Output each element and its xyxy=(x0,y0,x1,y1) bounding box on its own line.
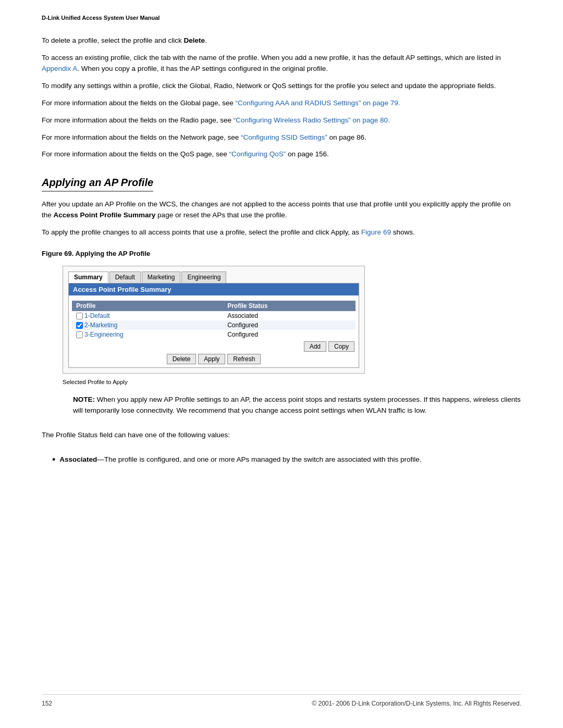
figure-caption: Selected Profile to Apply xyxy=(63,379,521,385)
profile-row-2-checkbox[interactable] xyxy=(76,322,83,329)
section-heading: Applying an AP Profile xyxy=(42,166,521,199)
button-row-1: Add Copy xyxy=(69,340,359,353)
bullet-item-associated: • Associated—The profile is configured, … xyxy=(52,454,521,466)
profile-row-2-name: 2-Marketing xyxy=(72,320,223,330)
figure-label: Figure 69. Applying the AP Profile xyxy=(42,250,521,257)
section-para2: To apply the profile changes to all acce… xyxy=(42,227,521,238)
paragraph-qos-info: For more information about the fields on… xyxy=(42,149,521,160)
aaa-radius-link[interactable]: “Configuring AAA and RADIUS Settings” on… xyxy=(235,99,400,107)
add-button[interactable]: Add xyxy=(304,341,326,352)
copy-button[interactable]: Copy xyxy=(328,341,354,352)
paragraph-radio-info: For more information about the fields on… xyxy=(42,115,521,126)
section-para1: After you update an AP Profile on the WC… xyxy=(42,199,521,221)
configuring-qos-link[interactable]: “Configuring QoS” xyxy=(229,150,286,158)
note-label: NOTE: xyxy=(73,396,95,403)
profile-row-1-status: Associated xyxy=(223,311,356,320)
profile-row-3-name: 3-Engineering xyxy=(72,330,223,339)
paragraph-delete: To delete a profile, select the profile … xyxy=(42,35,521,46)
profile-3-link[interactable]: 3-Engineering xyxy=(84,331,124,338)
note-block: NOTE: When you apply new AP Profile sett… xyxy=(42,394,521,423)
table-row: 2-Marketing Configured xyxy=(72,320,356,330)
delete-button[interactable]: Delete xyxy=(167,354,197,364)
profile-summary-title: Access Point Profile Summary xyxy=(69,283,359,295)
figure-container: Summary Default Marketing Engineering Ac… xyxy=(63,266,365,374)
manual-title: D-Link Unified Access System User Manual xyxy=(42,15,160,21)
profile-row-1-checkbox[interactable] xyxy=(76,313,83,319)
tab-bar: Summary Default Marketing Engineering xyxy=(68,272,359,283)
tab-marketing[interactable]: Marketing xyxy=(142,272,181,283)
page-number: 152 xyxy=(42,700,52,707)
footer-bar: 152 © 2001- 2006 D-Link Corporation/D-Li… xyxy=(42,694,521,707)
tab-engineering[interactable]: Engineering xyxy=(181,272,226,283)
profile-row-3-status: Configured xyxy=(223,330,356,339)
header-bar: D-Link Unified Access System User Manual xyxy=(42,10,521,26)
paragraph-access: To access an existing profile, click the… xyxy=(42,53,521,75)
profile-row-3-checkbox[interactable] xyxy=(76,331,83,338)
profile-1-link[interactable]: 1-Default xyxy=(84,312,110,319)
paragraph-network-info: For more information about the fields on… xyxy=(42,132,521,143)
bullet-dot: • xyxy=(52,454,55,466)
profile-row-1-name: 1-Default xyxy=(72,311,223,320)
col-header-profile: Profile xyxy=(72,301,223,311)
button-row-2: Delete Apply Refresh xyxy=(69,353,359,367)
figure69-link[interactable]: Figure 69 xyxy=(361,228,391,236)
bullet-section: • Associated—The profile is configured, … xyxy=(42,454,521,470)
table-row: 3-Engineering Configured xyxy=(72,330,356,339)
paragraph-modify: To modify any settings within a profile,… xyxy=(42,81,521,92)
tab-summary[interactable]: Summary xyxy=(68,272,108,283)
table-row: 1-Default Associated xyxy=(72,311,356,320)
apply-button[interactable]: Apply xyxy=(198,354,225,364)
tab-default[interactable]: Default xyxy=(109,272,141,283)
paragraph-global-info: For more information about the fields on… xyxy=(42,98,521,109)
appendix-a-link[interactable]: Appendix A xyxy=(42,65,77,72)
profile-2-link[interactable]: 2-Marketing xyxy=(84,322,117,329)
profile-row-2-status: Configured xyxy=(223,320,356,330)
profile-table: Profile Profile Status 1-Default xyxy=(72,301,356,339)
ssid-settings-link[interactable]: “Configuring SSID Settings” xyxy=(241,133,327,141)
bullet-text-associated: Associated—The profile is configured, an… xyxy=(59,454,521,466)
wireless-radio-link[interactable]: “Configuring Wireless Radio Settings” on… xyxy=(234,116,390,124)
refresh-button[interactable]: Refresh xyxy=(227,354,261,364)
profile-status-intro: The Profile Status field can have one of… xyxy=(42,430,521,441)
profile-summary-box: Access Point Profile Summary Profile Pro… xyxy=(68,283,359,368)
copyright-text: © 2001- 2006 D-Link Corporation/D-Link S… xyxy=(312,700,521,707)
bullet-term-associated: Associated xyxy=(59,455,97,463)
note-text: NOTE: When you apply new AP Profile sett… xyxy=(73,394,521,416)
col-header-status: Profile Status xyxy=(223,301,356,311)
